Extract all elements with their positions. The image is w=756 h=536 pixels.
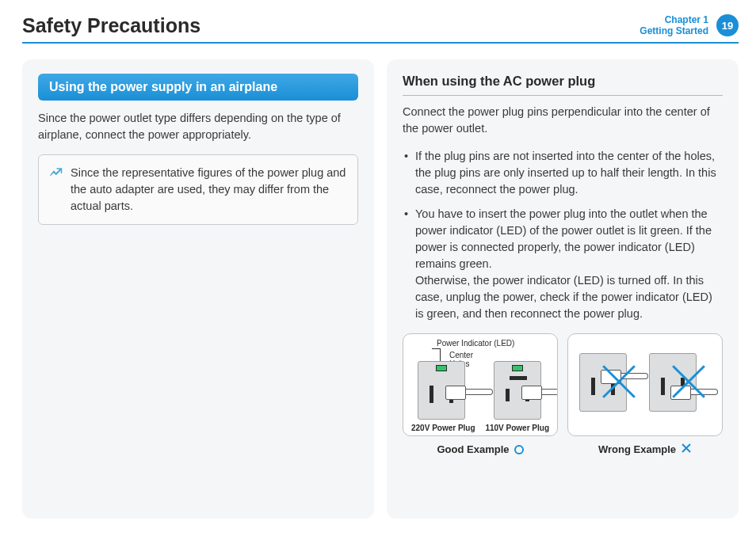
led-icon — [512, 365, 523, 371]
circle-icon — [514, 445, 524, 454]
outlet-group — [418, 361, 541, 420]
plug-110v — [521, 381, 558, 403]
left-column: Using the power supply in an airplane Si… — [22, 59, 374, 519]
page-number-badge: 19 — [716, 14, 739, 36]
outlet-slot — [510, 376, 527, 380]
x-mark-icon — [666, 359, 711, 404]
plug-220v — [445, 381, 491, 403]
outlet-110v — [494, 361, 541, 420]
label-110v: 110V Power Plug — [485, 424, 549, 432]
ac-intro-text: Connect the power plug pins perpendicula… — [403, 104, 723, 137]
note-icon — [48, 166, 63, 185]
list-item: You have to insert the power plug into t… — [403, 206, 723, 322]
section-heading-airplane: Using the power supply in an airplane — [38, 74, 358, 101]
chapter-number: Chapter 1 — [640, 14, 708, 25]
bullet-text: If the plug pins are not inserted into t… — [415, 150, 716, 196]
x-icon — [681, 443, 692, 456]
subheading-ac-plug: When using the AC power plug — [403, 74, 723, 96]
document-page: Safety Precautions Chapter 1 Getting Sta… — [0, 0, 756, 536]
note-box: Since the representative figures of the … — [38, 154, 358, 225]
header-right: Chapter 1 Getting Started 19 — [640, 14, 739, 37]
x-mark-icon — [597, 359, 641, 404]
annot-line — [432, 348, 440, 349]
good-example-figure: Power Indicator (LED) Center Holes — [403, 333, 558, 436]
good-caption-text: Good Example — [437, 443, 509, 455]
airplane-intro-text: Since the power outlet type differs depe… — [38, 110, 358, 143]
wrong-example-caption: Wrong Example — [567, 443, 723, 456]
list-item: If the plug pins are not inserted into t… — [403, 148, 723, 198]
outlet-slot — [591, 378, 595, 395]
outlet-slot — [430, 386, 433, 403]
content-columns: Using the power supply in an airplane Si… — [22, 59, 739, 519]
outlet-220v — [418, 361, 465, 420]
wrong-example-figure — [567, 333, 723, 436]
bullet-list: If the plug pins are not inserted into t… — [403, 148, 723, 322]
examples-row: Power Indicator (LED) Center Holes — [403, 333, 723, 436]
wrong-outlet-group — [579, 353, 697, 412]
chapter-block: Chapter 1 Getting Started — [640, 14, 708, 37]
page-header: Safety Precautions Chapter 1 Getting Sta… — [22, 14, 739, 44]
bullet-text: You have to insert the power plug into t… — [415, 207, 712, 320]
right-column: When using the AC power plug Connect the… — [387, 59, 739, 519]
wrong-caption-text: Wrong Example — [598, 443, 676, 455]
page-title: Safety Precautions — [22, 14, 200, 37]
outlet-slot — [661, 378, 665, 395]
chapter-name: Getting Started — [640, 25, 708, 36]
label-220v: 220V Power Plug — [411, 424, 475, 432]
good-example-caption: Good Example — [403, 443, 558, 456]
captions-row: Good Example Wrong Example — [403, 443, 723, 456]
led-icon — [436, 365, 447, 371]
note-text: Since the representative figures of the … — [71, 166, 346, 212]
outlet-slot — [506, 389, 510, 401]
annot-led-label: Power Indicator (LED) — [437, 339, 514, 348]
